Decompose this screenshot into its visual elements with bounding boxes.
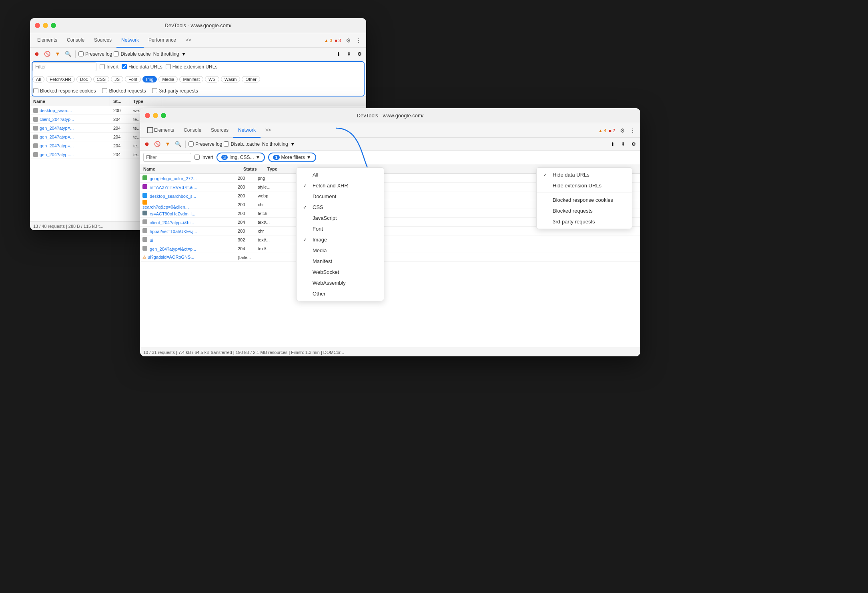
dropdown-item-image[interactable]: ✓ Image <box>297 234 384 245</box>
tab-sources-2[interactable]: Sources <box>206 123 233 138</box>
hide-ext-checkbox-1[interactable] <box>166 64 171 69</box>
dropdown-item-hide-data[interactable]: ✓ Hide data URLs <box>537 169 632 180</box>
chip-img-1[interactable]: Img <box>142 76 157 82</box>
tab-sources-1[interactable]: Sources <box>89 33 116 48</box>
tab-more-2[interactable]: >> <box>261 123 276 138</box>
dropdown-item-websocket[interactable]: WebSocket <box>297 267 384 277</box>
blocked-requests-label-1[interactable]: Blocked requests <box>102 88 146 94</box>
chip-ws-1[interactable]: WS <box>205 76 219 82</box>
search-button-2[interactable]: 🔍 <box>174 140 182 149</box>
preserve-log-label-2[interactable]: Preserve log <box>188 141 222 147</box>
dropdown-item-other[interactable]: Other <box>297 288 384 299</box>
settings-button-1[interactable]: ⚙ <box>343 36 353 45</box>
filter-button-2[interactable]: ▼ <box>163 140 172 149</box>
disable-cache-checkbox-1[interactable] <box>114 51 119 56</box>
tab-network-2[interactable]: Network <box>233 123 261 138</box>
img-css-dropdown-button[interactable]: 3 Img, CSS... ▼ <box>216 153 265 162</box>
download-button-2[interactable]: ⬇ <box>619 140 627 149</box>
record-button-2[interactable]: ⏺ <box>142 140 151 149</box>
w2-row-9[interactable]: ⚠ ui?gadsid=AORoGNS... (faile... <box>140 253 640 262</box>
tab-console-1[interactable]: Console <box>62 33 89 48</box>
blocked-cookies-checkbox-1[interactable] <box>33 88 38 93</box>
chip-css-1[interactable]: CSS <box>93 76 110 82</box>
upload-button-1[interactable]: ⬆ <box>334 50 343 58</box>
hide-data-label-1[interactable]: Hide data URLs <box>122 64 162 70</box>
dropdown-item-blocked-requests[interactable]: Blocked requests <box>537 205 632 216</box>
chip-all-1[interactable]: All <box>32 76 44 82</box>
chip-wasm-1[interactable]: Wasm <box>221 76 241 82</box>
throttle-text-2[interactable]: No throttling <box>261 141 289 147</box>
dropdown-item-javascript[interactable]: JavaScript <box>297 213 384 223</box>
dropdown-item-font[interactable]: Font <box>297 223 384 234</box>
hide-data-checkbox-1[interactable] <box>122 64 127 69</box>
invert-label-1[interactable]: Invert <box>100 64 118 70</box>
dropdown-item-blocked-cookies[interactable]: Blocked response cookies <box>537 195 632 205</box>
dropdown-item-document[interactable]: Document <box>297 191 384 202</box>
search-button-1[interactable]: 🔍 <box>64 50 72 58</box>
throttle-select-1[interactable]: No throttling <box>152 51 180 57</box>
preserve-log-checkbox-2[interactable] <box>188 141 194 147</box>
w2-row-7[interactable]: ui 302 text/... <box>140 235 640 244</box>
hide-ext-label-1[interactable]: Hide extension URLs <box>166 64 218 70</box>
tab-elements-2[interactable]: Elements <box>142 123 179 138</box>
more-filters-dropdown-button[interactable]: 1 More filters ▼ <box>268 153 316 162</box>
tab-console-2[interactable]: Console <box>179 123 206 138</box>
disable-cache-label-1[interactable]: Disable cache <box>114 51 150 57</box>
preserve-log-label-1[interactable]: Preserve log <box>78 51 112 57</box>
w2-td-name-2: desktop_searchbox_s... <box>140 193 236 199</box>
third-party-checkbox-1[interactable] <box>152 88 157 93</box>
tab-elements-1[interactable]: Elements <box>32 33 62 48</box>
disable-cache-checkbox-2[interactable] <box>224 141 229 147</box>
chip-fetchxhr-1[interactable]: Fetch/XHR <box>46 76 75 82</box>
w2-td-name-0: googlelogo_color_272... <box>140 175 236 181</box>
download-button-1[interactable]: ⬇ <box>345 50 353 58</box>
filter-input-1[interactable] <box>32 62 96 71</box>
chip-manifest-1[interactable]: Manifest <box>179 76 203 82</box>
dropdown-item-third-party[interactable]: 3rd-party requests <box>537 216 632 227</box>
chip-js-1[interactable]: JS <box>111 76 123 82</box>
dropdown-item-manifest[interactable]: Manifest <box>297 256 384 267</box>
blocked-cookies-label-1[interactable]: Blocked response cookies <box>33 88 96 94</box>
row-icon-1-0 <box>33 108 38 113</box>
tab-network-1[interactable]: Network <box>116 33 144 48</box>
tab-more-1[interactable]: >> <box>181 33 196 48</box>
disable-cache-label-2[interactable]: Disab...cache <box>224 141 260 147</box>
dropdown-item-hide-ext[interactable]: Hide extension URLs <box>537 180 632 191</box>
invert-label-2[interactable]: Invert <box>194 155 213 160</box>
chip-media-1[interactable]: Media <box>158 76 178 82</box>
maximize-button-2[interactable] <box>161 113 166 118</box>
dropdown-label-hide-data: Hide data URLs <box>553 172 625 178</box>
third-party-label-1[interactable]: 3rd-party requests <box>152 88 198 94</box>
tab-performance-1[interactable]: Performance <box>144 33 181 48</box>
more-button-1[interactable]: ⋮ <box>353 36 364 45</box>
clear-button-1[interactable]: 🚫 <box>43 50 52 58</box>
minimize-button-2[interactable] <box>153 113 158 118</box>
w2-row-8[interactable]: gen_204?atyp=i&ct=p... 204 text/... <box>140 244 640 253</box>
settings-btn-2[interactable]: ⚙ <box>629 140 638 149</box>
chip-font-1[interactable]: Font <box>125 76 141 82</box>
invert-checkbox-2[interactable] <box>194 155 200 160</box>
dropdown-item-media[interactable]: Media <box>297 245 384 256</box>
chip-other-1[interactable]: Other <box>242 76 260 82</box>
settings-btn-1[interactable]: ⚙ <box>355 50 364 58</box>
maximize-button-1[interactable] <box>51 23 56 28</box>
record-button-1[interactable]: ⏺ <box>32 50 41 58</box>
minimize-button-1[interactable] <box>43 23 48 28</box>
dropdown-item-all[interactable]: All <box>297 169 384 180</box>
dropdown-item-fetchxhr[interactable]: ✓ Fetch and XHR <box>297 180 384 191</box>
filter-input-2[interactable] <box>143 153 191 162</box>
dropdown-item-css[interactable]: ✓ CSS <box>297 202 384 213</box>
chip-doc-1[interactable]: Doc <box>76 76 92 82</box>
close-button-1[interactable] <box>35 23 40 28</box>
filter-button-1[interactable]: ▼ <box>53 50 62 58</box>
dropdown-item-webassembly[interactable]: WebAssembly <box>297 277 384 288</box>
settings-button-2[interactable]: ⚙ <box>617 126 627 135</box>
preserve-log-checkbox-1[interactable] <box>78 51 84 56</box>
blocked-requests-checkbox-1[interactable] <box>102 88 107 93</box>
tab-elements-label-2: Elements <box>154 127 174 133</box>
more-button-2[interactable]: ⋮ <box>627 126 638 135</box>
clear-button-2[interactable]: 🚫 <box>153 140 162 149</box>
invert-checkbox-1[interactable] <box>100 64 105 69</box>
close-button-2[interactable] <box>145 113 150 118</box>
upload-button-2[interactable]: ⬆ <box>608 140 617 149</box>
